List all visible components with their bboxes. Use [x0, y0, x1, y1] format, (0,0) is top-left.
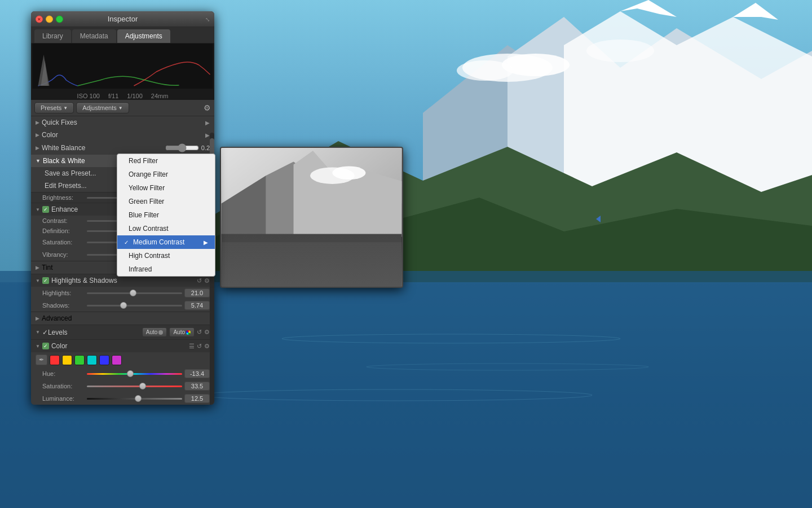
svg-point-15	[457, 60, 513, 81]
color-gear[interactable]: ⚙	[204, 343, 210, 350]
svg-point-16	[586, 40, 654, 62]
window-buttons: ✕	[36, 15, 63, 23]
tab-adjustments[interactable]: Adjustments	[117, 29, 170, 43]
hue-label: Hue:	[42, 370, 85, 377]
shadows-label: Shadows:	[42, 302, 85, 309]
color-reset[interactable]: ↺	[197, 343, 202, 350]
wb-value: 0.2	[201, 144, 210, 151]
vibrancy-label: Vibrancy:	[42, 251, 85, 258]
swatch-blue[interactable]	[99, 355, 109, 365]
dropdown-red-filter[interactable]: Red Filter	[117, 154, 215, 168]
black-white-dropdown: Red Filter Orange Filter Yellow Filter G…	[117, 154, 215, 277]
close-button[interactable]: ✕	[36, 15, 43, 23]
tab-bar: Library Metadata Adjustments	[31, 27, 214, 43]
swatch-green[interactable]	[74, 355, 85, 365]
levels-auto-btn[interactable]: Auto	[142, 327, 167, 337]
tab-library[interactable]: Library	[34, 29, 71, 43]
advanced-triangle: ▶	[36, 316, 39, 321]
histogram-container: ISO 100 f/11 1/100 24mm	[31, 43, 214, 100]
enhance-triangle: ▼	[36, 207, 40, 212]
svg-rect-26	[33, 43, 213, 89]
levels-triangle: ▼	[36, 330, 40, 335]
svg-rect-23	[222, 242, 402, 287]
dropdown-infrared[interactable]: Infrared	[117, 262, 215, 276]
advanced-section[interactable]: ▶ Advanced	[31, 312, 214, 325]
color-swatches-row: ✒	[31, 352, 214, 367]
highlights-row: Highlights: 21.0	[31, 287, 214, 299]
levels-gear[interactable]: ⚙	[204, 329, 210, 336]
levels-controls: Auto Auto ↺ ⚙	[142, 327, 210, 337]
white-balance-item[interactable]: ▶ White Balance 0.2	[31, 141, 214, 155]
adjustments-button[interactable]: Adjustments ▼	[76, 102, 129, 113]
minimize-button[interactable]	[46, 15, 53, 23]
contrast-label: Contrast:	[42, 217, 85, 224]
hs-gear[interactable]: ⚙	[204, 277, 210, 284]
luminance-track[interactable]	[87, 398, 182, 400]
color-chevron: ▶	[36, 132, 39, 138]
eyedropper-button[interactable]: ✒	[36, 354, 47, 365]
swatch-yellow[interactable]	[62, 355, 72, 365]
color-list[interactable]: ☰	[189, 343, 195, 350]
shadows-value: 5.74	[184, 301, 210, 310]
hs-reset[interactable]: ↺	[197, 277, 202, 284]
dropdown-green-filter[interactable]: Green Filter	[117, 195, 215, 208]
presets-button[interactable]: Presets ▼	[34, 102, 74, 113]
color-triangle: ▼	[36, 344, 40, 349]
hs-checkbox[interactable]: ✓	[42, 277, 49, 284]
quick-fixes-arrow: ▶	[205, 120, 210, 126]
quick-fixes-item[interactable]: ▶ Quick Fixes ▶	[31, 116, 214, 129]
luminance-value: 12.5	[184, 394, 210, 403]
dropdown-yellow-filter[interactable]: Yellow Filter	[117, 181, 215, 195]
highlights-track[interactable]	[87, 292, 182, 294]
maximize-button[interactable]	[56, 15, 63, 23]
definition-label: Definition:	[42, 227, 85, 234]
levels-checkbox[interactable]: ✓	[42, 329, 48, 336]
hs-triangle: ▼	[36, 278, 40, 283]
shutter-info: 1/100	[127, 93, 143, 99]
hue-value: -13.4	[184, 369, 210, 378]
color-checkbox[interactable]: ✓	[42, 343, 49, 349]
levels-reset[interactable]: ↺	[197, 329, 202, 336]
luminance-label: Luminance:	[42, 395, 85, 402]
swatch-red[interactable]	[50, 355, 60, 365]
color-saturation-row: Saturation: 33.5	[31, 380, 214, 392]
hue-row: Hue: -13.4	[31, 367, 214, 380]
shadows-track[interactable]	[87, 305, 182, 306]
iso-info: ISO 100	[77, 93, 100, 99]
toolbar-gear-button[interactable]: ⚙	[204, 103, 211, 112]
color-saturation-value: 33.5	[184, 382, 210, 391]
window-resize-handle[interactable]: ⤡	[205, 16, 210, 22]
preview-image	[221, 148, 402, 287]
dropdown-high-contrast[interactable]: High Contrast	[117, 249, 215, 262]
enhance-checkbox[interactable]: ✓	[42, 206, 49, 213]
swatch-cyan[interactable]	[87, 355, 97, 365]
levels-dot-color	[186, 330, 191, 335]
dropdown-blue-filter[interactable]: Blue Filter	[117, 208, 215, 222]
brightness-label: Brightness:	[42, 194, 85, 201]
tab-metadata[interactable]: Metadata	[72, 29, 116, 43]
color-section-header[interactable]: ▼ ✓ Color ☰ ↺ ⚙	[31, 339, 214, 352]
swatch-magenta[interactable]	[112, 355, 122, 365]
hs-controls: ↺ ⚙	[197, 277, 210, 284]
color-saturation-label: Saturation:	[42, 383, 85, 389]
color-arrow: ▶	[205, 132, 210, 138]
levels-auto2-btn[interactable]: Auto	[169, 327, 195, 337]
medium-contrast-arrow: ▶	[204, 239, 208, 246]
toolbar: Presets ▼ Adjustments ▼ ⚙	[31, 100, 214, 116]
window-title: Inspector	[108, 15, 138, 23]
hue-track[interactable]	[87, 373, 182, 375]
shadows-row: Shadows: 5.74	[31, 299, 214, 312]
color-controls: ☰ ↺ ⚙	[189, 343, 210, 350]
levels-header[interactable]: ▼ ✓ Levels Auto Auto ↺ ⚙	[31, 325, 214, 339]
histogram-info: ISO 100 f/11 1/100 24mm	[31, 90, 214, 100]
dropdown-medium-contrast[interactable]: ✓ Medium Contrast ▶	[117, 235, 215, 249]
title-bar: ✕ Inspector ⤡	[31, 11, 214, 27]
dropdown-orange-filter[interactable]: Orange Filter	[117, 168, 215, 181]
tint-triangle: ▶	[36, 265, 39, 270]
wb-slider[interactable]	[165, 143, 199, 152]
preview-panel	[220, 147, 403, 288]
svg-rect-22	[222, 234, 402, 287]
color-item[interactable]: ▶ Color ▶	[31, 129, 214, 141]
dropdown-low-contrast[interactable]: Low Contrast	[117, 222, 215, 235]
color-saturation-track[interactable]	[87, 386, 182, 387]
